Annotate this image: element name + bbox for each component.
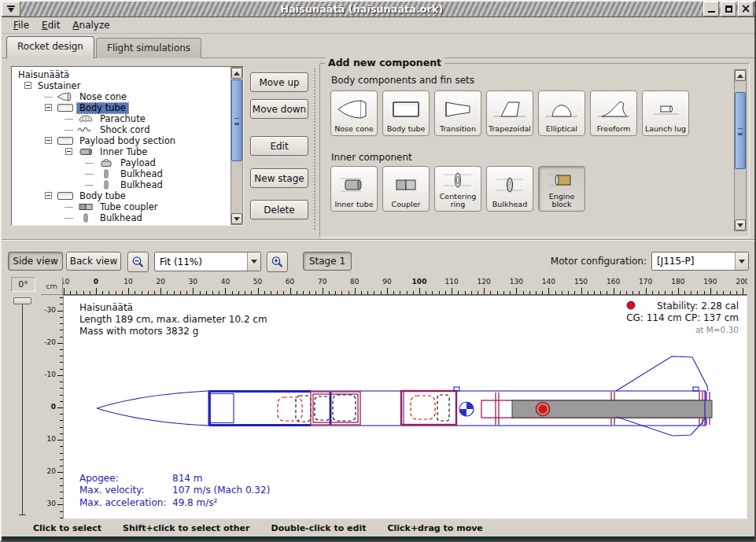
tree-item-tube-coupler[interactable]: Tube coupler — [13, 201, 230, 212]
back-view-button[interactable]: Back view — [66, 252, 121, 271]
menu-item-edit[interactable]: Edit — [36, 18, 65, 32]
tree-item-haisunäätä[interactable]: Haisunäätä — [13, 69, 230, 80]
horizontal-ruler: -100102030405060708090100110120130140150… — [63, 277, 747, 295]
rotation-slider-handle[interactable] — [13, 297, 31, 304]
tree-scrollbar[interactable] — [230, 67, 243, 225]
expander-minus-icon[interactable] — [65, 148, 75, 157]
minimize-button[interactable] — [703, 2, 719, 17]
stability-block: Stability: 2.28 cal CG: 114 cm CP: 137 c… — [626, 300, 739, 336]
tree-item-inner-tube[interactable]: Inner Tube — [13, 146, 230, 157]
rocket-canvas[interactable]: HaisunäätäLength 189 cm, max. diameter 1… — [63, 295, 747, 519]
move-down-button[interactable]: Move down — [250, 99, 308, 119]
tree-item-bulkhead[interactable]: Bulkhead — [13, 212, 230, 223]
move-up-button[interactable]: Move up — [250, 72, 308, 92]
nose-cone-shoulder[interactable] — [208, 394, 234, 423]
shock-cord-outline[interactable] — [296, 396, 311, 422]
add-bulkhead-button[interactable]: Bulkhead — [486, 166, 533, 212]
tab-rocket-design[interactable]: Rocket design — [6, 36, 94, 58]
tree-connector — [65, 214, 75, 223]
bodytube-icon — [56, 103, 75, 112]
add-inner-tube-button[interactable]: Inner tube — [330, 166, 378, 212]
tree-item-sustainer[interactable]: Sustainer — [13, 80, 230, 91]
side-view-button[interactable]: Side view — [8, 252, 63, 271]
add-trapezoidal-button[interactable]: Trapezoidal — [486, 90, 533, 136]
panel-splitter[interactable] — [314, 68, 315, 230]
new-stage-button[interactable]: New stage — [250, 168, 308, 188]
component-panel-scrollbar[interactable] — [734, 69, 747, 231]
parachute-outline[interactable] — [278, 397, 302, 421]
expander-minus-icon[interactable] — [44, 137, 54, 146]
rocket-design-panel: HaisunäätäSustainerNose coneBody tubePar… — [2, 58, 754, 240]
menu-item-file[interactable]: File — [8, 18, 35, 32]
tree-item-parachute[interactable]: Parachute — [13, 113, 230, 124]
status-hint: Click+drag to move — [387, 523, 482, 533]
expander-minus-icon[interactable] — [24, 82, 34, 90]
tree-scrollbar-thumb[interactable] — [231, 79, 242, 161]
nose-cone-outline[interactable] — [97, 391, 208, 426]
add-body-tube-button[interactable]: Body tube — [382, 90, 430, 136]
scroll-down-icon[interactable] — [735, 219, 746, 230]
delete-button[interactable]: Delete — [250, 200, 308, 219]
tree-item-payload[interactable]: Payload — [13, 157, 230, 168]
tree-connector — [85, 181, 95, 190]
launch-lug[interactable] — [693, 387, 699, 391]
add-launch-lug-button[interactable]: Launch lug — [642, 90, 689, 136]
rotation-slider-track[interactable] — [22, 300, 23, 515]
expander-minus-icon[interactable] — [44, 104, 54, 112]
tree-item-payload-body-section[interactable]: Payload body section — [13, 135, 230, 146]
expander-minus-icon[interactable] — [44, 192, 54, 201]
add-transition-button[interactable]: Transition — [434, 90, 481, 136]
scroll-down-icon[interactable] — [231, 213, 242, 224]
component-button-label: Trapezoidal — [489, 125, 531, 133]
bulkhead2-outline[interactable] — [437, 395, 449, 421]
fin-top-outline[interactable] — [616, 356, 708, 391]
status-hint: Shift+click to select other — [123, 523, 250, 533]
add-centering-ring-button[interactable]: Centering ring — [434, 166, 481, 212]
close-button[interactable]: × — [738, 2, 754, 17]
tree-item-bulkhead[interactable]: Bulkhead — [13, 168, 230, 179]
innertube-icon — [76, 147, 95, 157]
add-coupler-button[interactable]: Coupler — [382, 166, 430, 212]
centering-ring[interactable] — [496, 393, 499, 425]
parachute2-outline[interactable] — [411, 396, 435, 419]
zoom-out-button[interactable] — [127, 252, 149, 272]
payload-outline[interactable] — [315, 396, 330, 420]
tree-item-label: Bulkhead — [98, 213, 145, 223]
fin-bottom-outline[interactable] — [617, 417, 705, 436]
menu-item-analyze[interactable]: Analyze — [67, 18, 115, 32]
tree-item-label: Payload — [118, 158, 158, 168]
selected-body-tube[interactable] — [209, 391, 330, 426]
parachute-icon — [76, 114, 95, 124]
tree-connector — [85, 159, 95, 168]
edit-button[interactable]: Edit — [250, 136, 308, 156]
zoom-in-button[interactable] — [267, 252, 288, 272]
zoom-level-select[interactable]: Fit (11%) — [154, 252, 261, 271]
tree-item-nose-cone[interactable]: Nose cone — [13, 91, 230, 102]
flight-stats: Apogee:814 mMax. velocity:107 m/s (Mach … — [79, 473, 270, 510]
scroll-up-icon[interactable] — [735, 70, 746, 81]
magnifier-plus-icon — [270, 255, 285, 270]
bulkhead-icon — [97, 169, 116, 179]
tree-item-body-tube[interactable]: Body tube — [13, 102, 230, 113]
window-title: Haisunäätä (haisunaata.ork) — [20, 2, 703, 17]
add-elliptical-button[interactable]: Elliptical — [538, 90, 585, 136]
tab-flight-simulations[interactable]: Flight simulations — [96, 38, 201, 58]
window-menu-icon[interactable] — [2, 2, 20, 17]
scroll-up-icon[interactable] — [231, 68, 242, 79]
tree-item-shock-cord[interactable]: Shock cord — [13, 124, 230, 135]
tree-item-body-tube[interactable]: Body tube — [13, 190, 230, 201]
motor-configuration-select[interactable]: [J115-P] — [651, 252, 749, 271]
stage-1-toggle[interactable]: Stage 1 — [303, 252, 352, 271]
component-button-label: Engine block — [540, 193, 584, 208]
add-nose-cone-button[interactable]: Nose cone — [330, 90, 378, 136]
tree-item-label: Parachute — [98, 114, 148, 124]
section-label-inner-component: Inner component — [331, 152, 412, 163]
add-component-groupbox: Add new component Body components and fi… — [319, 63, 750, 238]
tree-item-bulkhead[interactable]: Bulkhead — [13, 179, 230, 190]
component-scrollbar-thumb[interactable] — [735, 92, 746, 169]
inner-tube-outline[interactable] — [311, 392, 360, 425]
add-engine-block-button[interactable]: Engine block — [538, 166, 585, 212]
add-freeform-button[interactable]: Freeform — [590, 90, 637, 136]
bulkhead-outline[interactable] — [333, 395, 356, 421]
maximize-button[interactable] — [721, 2, 736, 17]
